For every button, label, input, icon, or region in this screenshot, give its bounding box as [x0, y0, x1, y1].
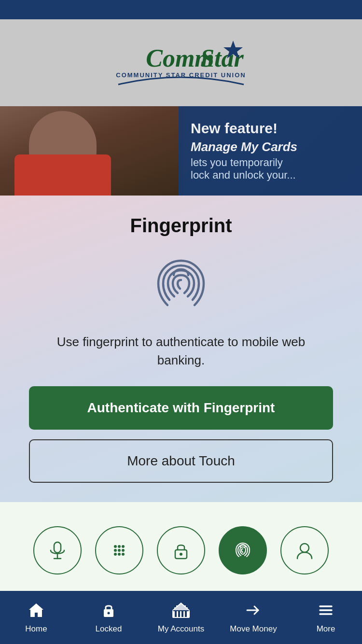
fingerprint-auth-button[interactable] — [219, 526, 267, 574]
banner-person-image — [0, 106, 183, 196]
logo-svg: Comm Star COMMUNITY STAR CREDIT UNION — [109, 34, 253, 92]
keypad-icon — [109, 540, 129, 560]
svg-point-18 — [300, 544, 309, 552]
svg-marker-30 — [173, 604, 189, 610]
nav-label-more: More — [317, 624, 335, 634]
nav-label-locked: Locked — [96, 624, 122, 634]
banner-new-feature: New feature! — [191, 120, 350, 137]
fingerprint-section: Fingerprint Use fingerprint to authentic… — [0, 196, 362, 502]
fingerprint-auth-icon — [233, 540, 253, 560]
logo-container: Comm Star COMMUNITY STAR CREDIT UNION — [109, 34, 253, 92]
more-svg — [317, 602, 334, 619]
keypad-auth-button[interactable] — [95, 526, 143, 574]
banner-desc2: lock and unlock your... — [191, 169, 350, 182]
face-auth-button[interactable] — [280, 526, 329, 574]
fingerprint-title: Fingerprint — [130, 215, 232, 237]
microphone-icon — [47, 540, 68, 560]
svg-rect-28 — [185, 611, 187, 617]
svg-point-7 — [114, 545, 117, 548]
status-bar — [0, 0, 362, 19]
svg-rect-24 — [173, 610, 189, 611]
fingerprint-icon — [147, 251, 215, 319]
auth-icons-section — [0, 502, 362, 599]
svg-point-11 — [118, 549, 121, 552]
more-icon — [317, 602, 334, 622]
svg-point-12 — [122, 549, 125, 552]
locked-icon — [100, 602, 117, 622]
svg-point-17 — [180, 553, 182, 556]
svg-rect-26 — [178, 611, 180, 617]
lock-auth-button[interactable] — [157, 526, 205, 574]
home-svg — [28, 602, 45, 619]
svg-rect-4 — [54, 542, 61, 553]
header: Comm Star COMMUNITY STAR CREDIT UNION — [0, 19, 362, 106]
svg-rect-27 — [181, 611, 183, 617]
svg-point-20 — [108, 612, 110, 614]
svg-point-9 — [122, 545, 125, 548]
bottom-navigation: Home Locked — [0, 591, 362, 644]
fingerprint-description: Use fingerprint to authenticate to mobil… — [31, 333, 331, 369]
locked-svg — [100, 602, 117, 619]
home-icon — [28, 602, 45, 622]
face-icon — [294, 540, 315, 560]
move-money-icon — [245, 602, 262, 622]
nav-item-more[interactable]: More — [290, 591, 362, 644]
banner-desc: lets you temporarily — [191, 156, 350, 169]
banner-text-overlay: New feature! Manage My Cards lets you te… — [179, 106, 362, 196]
svg-rect-25 — [175, 611, 177, 617]
svg-point-10 — [114, 549, 117, 552]
move-money-svg — [245, 602, 262, 619]
lock-icon — [171, 540, 191, 560]
more-about-touch-button[interactable]: More about Touch — [29, 439, 333, 483]
nav-item-my-accounts[interactable]: My Accounts — [145, 591, 217, 644]
svg-point-13 — [114, 553, 117, 556]
nav-item-home[interactable]: Home — [0, 591, 72, 644]
banner-manage-label: Manage My Cards — [191, 140, 350, 154]
banner: New feature! Manage My Cards lets you te… — [0, 106, 362, 196]
nav-item-locked[interactable]: Locked — [72, 591, 145, 644]
nav-label-my-accounts: My Accounts — [158, 624, 204, 634]
svg-point-15 — [122, 553, 125, 556]
authenticate-fingerprint-button[interactable]: Authenticate with Fingerprint — [29, 386, 333, 430]
voice-auth-button[interactable] — [33, 526, 82, 574]
svg-point-8 — [118, 545, 121, 548]
my-accounts-icon — [172, 602, 190, 622]
accounts-svg — [172, 602, 190, 619]
nav-label-move-money: Move Money — [230, 624, 277, 634]
nav-item-move-money[interactable]: Move Money — [217, 591, 290, 644]
svg-point-14 — [118, 553, 121, 556]
nav-label-home: Home — [25, 624, 47, 634]
